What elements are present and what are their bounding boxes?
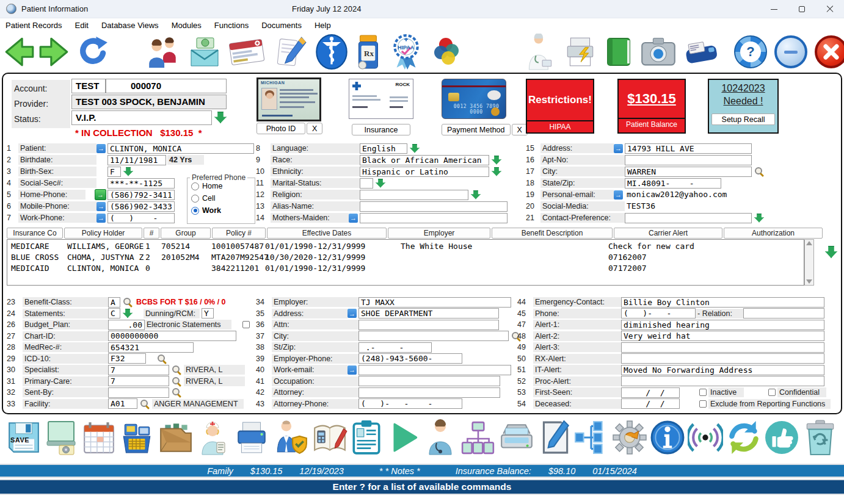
menu-help[interactable]: Help — [315, 21, 331, 30]
statements-dropdown-icon[interactable] — [123, 309, 133, 318]
employer-stzip-input[interactable]: .- - — [358, 342, 432, 353]
medrec-input[interactable]: 654321 — [108, 342, 194, 353]
save-button[interactable]: SAVE — [6, 420, 42, 455]
sent-by-search-icon[interactable] — [172, 387, 181, 397]
provider-icon[interactable] — [423, 419, 457, 456]
birth-sex-dropdown-icon[interactable] — [123, 167, 133, 176]
thumbs-up-icon[interactable] — [764, 420, 799, 455]
home-phone-dial-icon[interactable] — [95, 189, 106, 200]
marital-status-dropdown-icon[interactable] — [376, 179, 385, 188]
employer-phone-input[interactable]: (248)-943-5600- — [358, 353, 462, 364]
col-authorization[interactable]: Authorization — [724, 228, 823, 239]
col-insurance-co[interactable]: Insurance Co — [7, 228, 63, 239]
address-input[interactable]: 14793 HILL AVE — [625, 143, 752, 154]
apt-no-input[interactable] — [625, 155, 752, 165]
race-dropdown-icon[interactable] — [492, 156, 501, 165]
email-expand-icon[interactable] — [614, 190, 623, 200]
table-more-icon[interactable] — [825, 246, 837, 258]
insurance-row[interactable]: BLUE CROSSCHOMA, JUSTYNA Z2201052M4MTA20… — [7, 252, 804, 263]
attorney-input[interactable] — [358, 387, 500, 398]
confidential-checkbox[interactable] — [768, 389, 776, 396]
network-icon[interactable] — [460, 420, 496, 455]
menu-edit[interactable]: Edit — [75, 21, 89, 30]
clinician-icon[interactable] — [523, 34, 558, 70]
forward-icon[interactable] — [37, 35, 71, 68]
col-number[interactable]: # — [144, 228, 159, 239]
patients-icon[interactable] — [145, 35, 181, 69]
birth-sex-input[interactable]: F — [107, 167, 121, 177]
language-dropdown-icon[interactable] — [410, 144, 420, 153]
ledger-icon[interactable] — [603, 35, 634, 69]
wireless-icon[interactable] — [688, 420, 723, 455]
sent-by-input[interactable] — [108, 387, 169, 398]
facility-search-icon[interactable] — [140, 399, 150, 409]
home-phone-input[interactable]: (586)792-3411 — [107, 190, 175, 200]
first-seen-input[interactable]: / / — [621, 387, 680, 398]
sync-icon[interactable] — [726, 420, 762, 455]
ssn-input[interactable]: ***-**-1125 — [107, 178, 175, 189]
scroll-up-icon[interactable] — [806, 241, 812, 245]
play-icon[interactable] — [385, 420, 421, 455]
exit-icon[interactable] — [815, 35, 844, 68]
back-icon[interactable] — [2, 35, 37, 68]
work-phone-expand-icon[interactable] — [96, 214, 106, 223]
social-media-input[interactable]: TEST36 — [625, 201, 765, 212]
patient-name-input[interactable]: CLINTON, MONICA — [107, 143, 254, 154]
help-icon[interactable]: ? — [734, 35, 767, 68]
rx-alert-input[interactable] — [621, 353, 824, 364]
nurse-icon[interactable] — [197, 419, 231, 456]
address-expand-icon[interactable] — [614, 144, 623, 153]
attorney-phone-input[interactable]: ( )- - - — [358, 398, 462, 409]
scan-station-icon[interactable] — [44, 419, 78, 456]
patient-balance-box[interactable]: $130.15 Patient Balance — [617, 79, 686, 134]
electronic-statements-checkbox[interactable] — [242, 321, 250, 328]
birthdate-input[interactable]: 11/11/1981 — [107, 155, 166, 165]
clipboard-icon[interactable] — [351, 419, 382, 456]
col-policy-holder[interactable]: Policy Holder — [64, 228, 142, 239]
reports-icon[interactable] — [431, 35, 464, 69]
col-effective-dates[interactable]: Effective Dates — [267, 228, 387, 239]
attn-input[interactable] — [358, 320, 499, 330]
caduceus-icon[interactable] — [314, 34, 349, 70]
proc-alert-input[interactable] — [621, 376, 824, 386]
emergency-phone-input[interactable]: ( )- - — [621, 308, 696, 319]
contact-preference-dropdown-icon[interactable] — [754, 214, 764, 223]
language-input[interactable]: English — [360, 143, 407, 154]
mothers-maiden-expand-icon[interactable] — [349, 214, 358, 223]
insurance-row[interactable]: MEDICAREWILLIAMS, GEORGE1705214100100574… — [7, 241, 804, 252]
document-edit-icon[interactable] — [538, 419, 571, 456]
recycle-bin-icon[interactable] — [802, 419, 838, 456]
employer-input[interactable]: TJ MAXX — [358, 297, 511, 308]
ethnicity-input[interactable]: Hispanic or Latino — [360, 167, 489, 177]
photo-id-button[interactable]: Photo ID — [256, 123, 305, 134]
city-search-icon[interactable] — [754, 167, 764, 176]
hipaa-icon[interactable]: HIPAA — [388, 34, 424, 70]
icd10-input[interactable]: F32 — [108, 353, 146, 364]
account-type-input[interactable]: TEST — [71, 79, 106, 93]
mobile-phone-input[interactable]: (586)902-3433 — [107, 201, 175, 212]
close-window-button[interactable] — [816, 0, 844, 18]
flowchart-icon[interactable] — [573, 420, 609, 455]
alert2-input[interactable]: Very weird hat — [621, 331, 824, 341]
payment-method-remove-button[interactable]: X — [512, 124, 528, 135]
card-scanner-icon[interactable] — [682, 36, 721, 68]
photo-id-image[interactable]: MICHIGAN — [256, 77, 321, 121]
ethnicity-dropdown-icon[interactable] — [492, 167, 501, 176]
mobile-phone-expand-icon[interactable] — [96, 202, 106, 211]
col-group[interactable]: Group — [161, 228, 211, 239]
alias-name-input[interactable] — [360, 201, 507, 212]
scroll-down-icon[interactable] — [806, 279, 812, 284]
race-input[interactable]: Black or African American — [360, 155, 489, 165]
city-input[interactable]: WARREN — [625, 167, 752, 177]
alert1-input[interactable]: diminished hearing — [621, 320, 824, 330]
religion-dropdown-icon[interactable] — [471, 190, 481, 200]
table-scrollbar[interactable] — [804, 239, 814, 286]
status-dropdown-icon[interactable] — [214, 112, 227, 123]
occupation-input[interactable] — [358, 376, 500, 386]
col-employer[interactable]: Employer — [388, 228, 490, 239]
employer-city-input[interactable] — [358, 331, 509, 341]
account-number-input[interactable]: 000070 — [106, 79, 227, 93]
personal-email-input[interactable]: monicaw2012@yahoo.com — [625, 190, 765, 200]
insurance-row[interactable]: MEDICAIDCLINTON, MONICA0384221120101/01/… — [7, 263, 804, 274]
patient-expand-icon[interactable] — [96, 144, 106, 153]
